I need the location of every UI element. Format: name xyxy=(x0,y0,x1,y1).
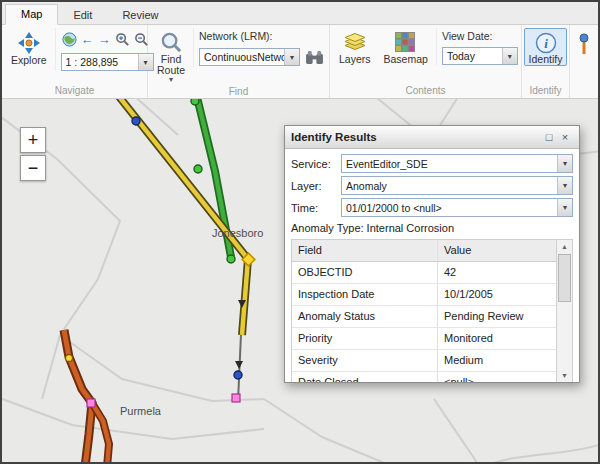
time-select[interactable]: 01/01/2000 to <null> ▾ xyxy=(341,198,573,217)
attributes-table: Field Value OBJECTID 42 Inspection Date … xyxy=(291,239,573,382)
identify-info-icon: i xyxy=(534,31,557,54)
value-column-header[interactable]: Value xyxy=(438,240,556,261)
chevron-down-icon[interactable]: ▾ xyxy=(284,49,299,65)
green-point-marker[interactable] xyxy=(227,255,235,263)
explore-button[interactable]: Explore xyxy=(6,28,52,67)
basemap-button[interactable]: Basemap xyxy=(379,28,433,66)
view-date-select[interactable]: Today ▾ xyxy=(442,47,518,65)
route-yellow-casing xyxy=(113,99,248,335)
group-navigate: Explore ← → xyxy=(2,25,148,98)
identify-results-panel: Identify Results □ × Service: EventEdito… xyxy=(284,125,580,383)
panel-body: Service: EventEditor_SDE ▾ Layer: Anomal… xyxy=(285,149,579,382)
group-contents: Layers xyxy=(330,25,522,98)
scrollbar-thumb[interactable] xyxy=(558,254,571,302)
scale-value: 1 : 288,895 xyxy=(62,56,138,68)
globe-icon[interactable] xyxy=(61,31,78,48)
identify-button[interactable]: i Identify xyxy=(524,28,568,66)
group-label-contents: Contents xyxy=(330,84,521,98)
svg-text:i: i xyxy=(544,36,548,51)
green-point-marker[interactable] xyxy=(194,165,202,173)
chevron-down-icon[interactable]: ▾ xyxy=(557,177,572,194)
group-identify: i Identify Identify xyxy=(522,25,570,98)
table-row[interactable]: OBJECTID 42 xyxy=(292,262,556,284)
table-row[interactable]: Severity Medium xyxy=(292,350,556,372)
field-cell: Date Closed xyxy=(292,372,438,382)
table-row[interactable]: Priority Monitored xyxy=(292,328,556,350)
forward-arrow-icon[interactable]: → xyxy=(97,32,112,47)
field-cell: OBJECTID xyxy=(292,262,438,283)
time-value: 01/01/2000 to <null> xyxy=(342,202,557,214)
identify-results-titlebar[interactable]: Identify Results □ × xyxy=(285,126,579,149)
field-column-header[interactable]: Field xyxy=(292,240,438,261)
blue-point-marker[interactable] xyxy=(132,117,140,125)
route-orange[interactable] xyxy=(64,330,92,462)
ribbon-tabbar: Map Edit Review xyxy=(2,2,598,25)
chevron-down-icon[interactable]: ▾ xyxy=(502,48,517,64)
place-label-jonesboro: Jonesboro xyxy=(212,227,263,239)
anomaly-type-text: Anomaly Type: Internal Corrosion xyxy=(291,222,573,234)
group-find: Find Route ▾ Network (LRM): ContinuousNe… xyxy=(148,25,330,98)
network-lrm-label: Network (LRM): xyxy=(199,30,325,43)
layers-label: Layers xyxy=(339,54,371,65)
field-cell: Priority xyxy=(292,328,438,349)
layers-button[interactable]: Layers xyxy=(334,28,376,66)
group-label-find: Find xyxy=(148,85,329,98)
map-zoom-in-button[interactable]: + xyxy=(20,127,46,153)
maximize-icon[interactable]: □ xyxy=(541,131,557,143)
green-point-marker[interactable] xyxy=(191,99,199,105)
scroll-up-icon[interactable]: ▲ xyxy=(561,240,568,253)
field-cell: Severity xyxy=(292,350,438,371)
field-cell: Anomaly Status xyxy=(292,306,438,327)
layer-select[interactable]: Anomaly ▾ xyxy=(341,176,573,195)
close-icon[interactable]: × xyxy=(557,131,573,143)
identify-label: Identify xyxy=(529,54,563,65)
ribbon: Explore ← → xyxy=(2,25,598,99)
field-cell: Inspection Date xyxy=(292,284,438,305)
table-row[interactable]: Inspection Date 10/1/2005 xyxy=(292,284,556,306)
table-scrollbar[interactable]: ▲ ▼ xyxy=(556,240,572,382)
service-value: EventEditor_SDE xyxy=(342,158,557,170)
basemap-icon xyxy=(394,31,417,54)
route-yellow[interactable] xyxy=(113,99,248,335)
find-route-button[interactable]: Find Route ▾ xyxy=(152,28,190,85)
pink-square-marker[interactable] xyxy=(232,394,240,402)
tab-map[interactable]: Map xyxy=(5,4,58,25)
binoculars-icon[interactable] xyxy=(304,49,324,66)
time-label: Time: xyxy=(291,202,341,214)
blue-point-marker[interactable] xyxy=(234,371,242,379)
back-arrow-icon[interactable]: ← xyxy=(80,32,95,47)
map-zoom-out-button[interactable]: − xyxy=(20,155,46,181)
scroll-down-icon[interactable]: ▼ xyxy=(561,369,568,382)
pink-square-marker[interactable] xyxy=(87,399,95,407)
service-select[interactable]: EventEditor_SDE ▾ xyxy=(341,154,573,173)
direction-arrow-icon xyxy=(235,361,243,369)
group-extra-tools xyxy=(570,25,598,98)
tab-edit[interactable]: Edit xyxy=(58,6,107,25)
table-header-row: Field Value xyxy=(292,240,556,262)
network-value: ContinuousNetwork xyxy=(200,51,284,63)
service-label: Service: xyxy=(291,158,341,170)
panel-title-text: Identify Results xyxy=(291,131,377,143)
basemap-label: Basemap xyxy=(384,54,428,65)
table-row[interactable]: Anomaly Status Pending Review xyxy=(292,306,556,328)
value-cell: 42 xyxy=(438,262,556,283)
yellow-point-marker[interactable] xyxy=(66,355,73,362)
scale-combo[interactable]: 1 : 288,895 ▾ xyxy=(61,53,154,71)
marker-pin-tool-icon[interactable] xyxy=(575,32,593,58)
network-select[interactable]: ContinuousNetwork ▾ xyxy=(199,48,300,66)
explore-compass-icon xyxy=(17,31,41,55)
magnifier-icon xyxy=(160,31,183,54)
table-row[interactable]: Date Closed <null> xyxy=(292,372,556,382)
value-cell: Monitored xyxy=(438,328,556,349)
chevron-down-icon[interactable]: ▾ xyxy=(557,155,572,172)
map-canvas[interactable]: Jonesboro Purmela + − Identify Results □… xyxy=(2,99,598,462)
value-cell: 10/1/2005 xyxy=(438,284,556,305)
explore-label: Explore xyxy=(11,55,47,66)
place-label-purmela: Purmela xyxy=(120,405,161,417)
chevron-down-icon[interactable]: ▾ xyxy=(557,199,572,216)
chevron-down-icon: ▾ xyxy=(169,76,173,84)
value-cell: Pending Review xyxy=(438,306,556,327)
layers-icon xyxy=(343,31,366,54)
zoom-in-icon[interactable] xyxy=(114,31,131,48)
tab-review[interactable]: Review xyxy=(107,6,173,25)
